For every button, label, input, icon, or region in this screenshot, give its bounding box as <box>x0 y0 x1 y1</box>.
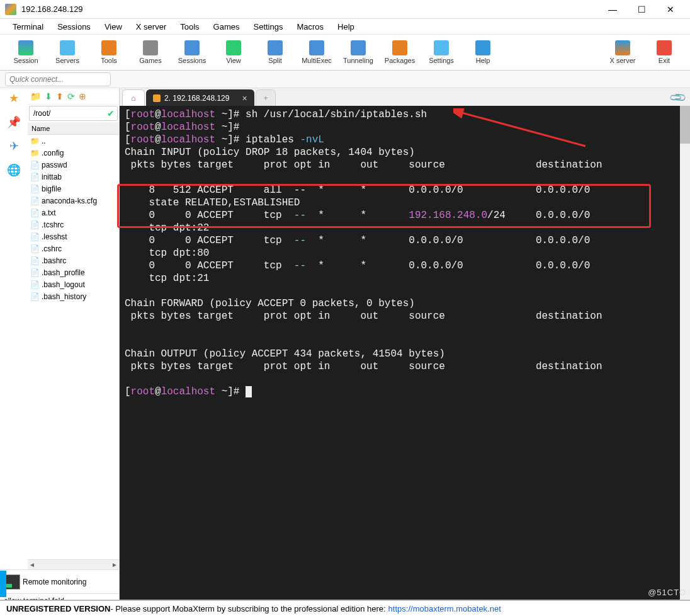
tool-games[interactable]: Games <box>130 39 171 66</box>
fb-newfolder-icon[interactable]: ⊕ <box>79 91 86 101</box>
file-item[interactable]: 📄.bash_profile <box>28 266 119 278</box>
file-icon: 📄 <box>30 220 39 229</box>
tab-home[interactable]: ⌂ <box>122 89 145 106</box>
main-toolbar: SessionServersToolsGamesSessionsViewSpli… <box>0 34 690 71</box>
file-browser: 📁 ⬇ ⬆ ⟳ ⊕ /root/ ✔ Name 📁..📁.config📄pass… <box>28 88 119 569</box>
terminal[interactable]: [root@localhost ~]# sh /usr/local/sbin/i… <box>120 106 690 608</box>
tool-tunneling[interactable]: Tunneling <box>337 39 379 66</box>
star-icon[interactable]: ★ <box>6 91 21 106</box>
file-name: .bashrc <box>42 256 66 265</box>
tab-close-icon[interactable]: × <box>242 93 247 103</box>
send-icon[interactable]: ✈ <box>6 139 21 154</box>
file-item[interactable]: 📄.bash_logout <box>28 278 119 290</box>
menu-view[interactable]: View <box>98 21 128 33</box>
tool-packages[interactable]: Packages <box>379 39 421 66</box>
taskbar-edge <box>0 571 6 597</box>
file-item[interactable]: 📄.tcshrc <box>28 219 119 231</box>
file-browser-header[interactable]: Name <box>28 122 119 135</box>
file-item[interactable]: 📄.bashrc <box>28 254 119 266</box>
maximize-button[interactable]: ☐ <box>627 0 656 19</box>
globe-icon[interactable]: 🌐 <box>6 163 21 178</box>
file-item[interactable]: 📄passwd <box>28 159 119 171</box>
menu-games[interactable]: Games <box>207 21 246 33</box>
file-item[interactable]: 📁.config <box>28 147 119 159</box>
paperclip-icon[interactable]: 📎 <box>668 88 687 107</box>
tool-exit[interactable]: Exit <box>643 39 685 66</box>
file-name: .bash_history <box>42 292 86 301</box>
menu-sessions[interactable]: Sessions <box>51 21 97 33</box>
tool-multiexec[interactable]: MultiExec <box>296 39 337 66</box>
terminal-scrollbar[interactable] <box>680 106 690 608</box>
tool-label: X server <box>610 57 636 64</box>
pin-icon[interactable]: 📌 <box>6 115 21 130</box>
menu-help[interactable]: Help <box>331 21 361 33</box>
tool-label: Exit <box>659 57 670 64</box>
statusbar-link[interactable]: https://mobaxterm.mobatek.net <box>388 604 501 613</box>
file-icon: 📄 <box>30 173 39 181</box>
menu-x-server[interactable]: X server <box>130 21 172 33</box>
tab-session-active[interactable]: 2. 192.168.248.129 × <box>146 89 254 106</box>
tool-help[interactable]: Help <box>462 39 504 66</box>
file-name: .tcshrc <box>42 220 64 229</box>
tool-icon <box>18 40 33 55</box>
file-icon: 📄 <box>30 244 39 253</box>
tool-icon <box>226 40 241 55</box>
tool-tools[interactable]: Tools <box>88 39 130 66</box>
tool-icon <box>101 40 116 55</box>
fb-upload-icon[interactable]: ⬆ <box>56 91 64 101</box>
tool-icon <box>143 40 158 55</box>
close-button[interactable]: ✕ <box>656 0 685 19</box>
tool-icon <box>309 40 324 55</box>
remote-monitoring[interactable]: Remote monitoring <box>0 569 119 593</box>
file-browser-hscroll[interactable]: ◄► <box>28 559 119 569</box>
tool-label: Split <box>268 57 281 64</box>
tool-session[interactable]: Session <box>5 39 47 66</box>
file-item[interactable]: 📄.bash_history <box>28 290 119 302</box>
tool-view[interactable]: View <box>213 39 254 66</box>
tool-label: Packages <box>385 57 415 64</box>
file-browser-path[interactable]: /root/ ✔ <box>29 106 118 121</box>
fb-download-icon[interactable]: ⬇ <box>45 91 52 101</box>
fb-refresh-icon[interactable]: ⟳ <box>67 91 75 101</box>
terminal-area: ⌂ 2. 192.168.248.129 × ＋ 📎 [root@localho… <box>120 88 690 608</box>
tool-label: View <box>226 57 241 64</box>
minimize-button[interactable]: — <box>598 0 627 19</box>
tool-label: Session <box>13 57 38 64</box>
file-name: .cshrc <box>42 244 62 253</box>
file-item[interactable]: 📄.lesshst <box>28 231 119 242</box>
menu-terminal[interactable]: Terminal <box>6 21 50 33</box>
quick-connect-input[interactable] <box>5 72 111 86</box>
menu-macros[interactable]: Macros <box>290 21 330 33</box>
titlebar: 192.168.248.129 — ☐ ✕ <box>0 0 690 19</box>
tool-icon <box>268 40 283 55</box>
quickconnect-row <box>0 71 690 88</box>
tool-split[interactable]: Split <box>254 39 296 66</box>
tool-servers[interactable]: Servers <box>47 39 88 66</box>
tool-x-server[interactable]: X server <box>602 39 643 66</box>
tab-new[interactable]: ＋ <box>256 89 276 106</box>
tool-label: Games <box>139 57 161 64</box>
file-icon: 📄 <box>30 292 39 301</box>
file-item[interactable]: 📄bigfile <box>28 183 119 195</box>
menu-tools[interactable]: Tools <box>174 21 205 33</box>
file-name: .bash_profile <box>42 268 85 277</box>
file-item[interactable]: 📁.. <box>28 135 119 147</box>
statusbar: UNREGISTERED VERSION - Please support Mo… <box>0 600 690 616</box>
file-icon: 📄 <box>30 256 39 265</box>
tool-label: Tools <box>101 57 117 64</box>
tool-settings[interactable]: Settings <box>421 39 462 66</box>
file-browser-list: 📁..📁.config📄passwd📄inittab📄bigfile📄anaco… <box>28 135 119 559</box>
file-item[interactable]: 📄anaconda-ks.cfg <box>28 195 119 207</box>
tool-label: Sessions <box>178 57 206 64</box>
file-item[interactable]: 📄inittab <box>28 171 119 183</box>
file-icon: 📄 <box>30 280 39 289</box>
fb-folder-icon[interactable]: 📁 <box>30 91 41 101</box>
file-item[interactable]: 📄.cshrc <box>28 242 119 254</box>
tool-icon <box>351 40 366 55</box>
tool-icon <box>60 40 75 55</box>
menu-settings[interactable]: Settings <box>247 21 290 33</box>
file-item[interactable]: 📄a.txt <box>28 207 119 219</box>
tool-sessions[interactable]: Sessions <box>171 39 213 66</box>
file-browser-toolbar: 📁 ⬇ ⬆ ⟳ ⊕ <box>28 88 119 105</box>
sidebar: ★ 📌 ✈ 🌐 📁 ⬇ ⬆ ⟳ ⊕ /root/ ✔ Name 📁..� <box>0 88 120 608</box>
